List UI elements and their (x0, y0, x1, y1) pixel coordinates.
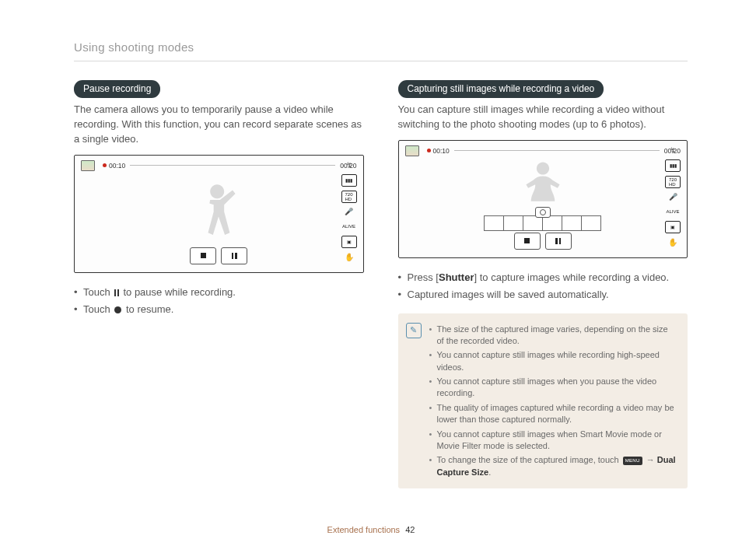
record-indicator-icon (427, 149, 431, 152)
resolution-icon: 720HD (665, 176, 681, 188)
instruction-resume: Touch to resume. (74, 303, 364, 317)
captured-frames-strip (485, 215, 601, 231)
resolution-icon: 720HD (341, 191, 357, 203)
flash-off-icon: ↯ (670, 145, 676, 156)
frame-slot (562, 215, 582, 231)
stabilizer-icon: ✋ (345, 252, 354, 264)
menu-icon: MENU (623, 457, 642, 464)
record-icon (114, 306, 121, 313)
flash-off-icon: ↯ (346, 160, 352, 170)
stop-button[interactable] (514, 233, 541, 250)
pill-capturing-stills: Capturing still images while recording a… (398, 80, 604, 98)
pause-button[interactable] (545, 233, 572, 250)
page-footer: Extended functions 42 (0, 524, 742, 537)
alive-icon: ALIVE (342, 221, 356, 232)
capture-description: You can capture still images while recor… (398, 103, 688, 132)
pause-description: The camera allows you to temporarily pau… (74, 103, 364, 147)
note-item: The size of the captured image varies, d… (429, 324, 677, 348)
mode-thumbnail (81, 160, 95, 171)
pause-screenshot: 00:10 00:20 ↯ ▮▮▮ 720HD 🎤 ALIVE ▣ ✋ (74, 155, 364, 273)
section-header: Using shooting modes (74, 39, 688, 61)
stabilizer-icon: ✋ (668, 237, 677, 249)
right-column: Capturing still images while recording a… (398, 80, 688, 488)
instruction-press-shutter: Press [Shutter] to capture images while … (398, 271, 688, 285)
frame-slot (581, 215, 601, 231)
frame-slot (503, 215, 523, 231)
elapsed-time: 00:10 (433, 146, 450, 156)
mode-thumbnail (405, 145, 419, 156)
note-item: You cannot capture still images while re… (429, 349, 677, 373)
mic-off-icon: 🎤 (345, 207, 353, 217)
pill-pause-recording: Pause recording (74, 80, 160, 98)
instruction-pause: Touch to pause while recording. (74, 285, 364, 300)
capture-screenshot: 00:10 00:20 ↯ ▮▮▮ 720HD 🎤 ALIVE ▣ ✋ (398, 140, 688, 258)
status-icon-column: ↯ ▮▮▮ 720HD 🎤 ALIVE ▣ ✋ (340, 160, 359, 268)
progress-bar (454, 150, 660, 151)
note-item: To change the size of the captured image… (429, 454, 677, 478)
camera-icon (535, 207, 551, 218)
frame-slot (542, 215, 562, 231)
frame-slot (484, 215, 504, 231)
capture-mode-icon: ▣ (341, 236, 357, 248)
alive-icon: ALIVE (666, 206, 680, 217)
elapsed-time: 00:10 (109, 161, 125, 170)
status-icon-column: ↯ ▮▮▮ 720HD 🎤 ALIVE ▣ ✋ (663, 145, 682, 253)
capture-mode-icon: ▣ (665, 221, 681, 233)
footer-section-label: Extended functions (327, 525, 401, 534)
two-column-layout: Pause recording The camera allows you to… (74, 80, 688, 488)
mic-off-icon: 🎤 (669, 192, 677, 202)
note-item: The quality of images captured while rec… (429, 402, 677, 426)
stop-button[interactable] (190, 247, 216, 264)
note-icon: ✎ (406, 323, 422, 338)
progress-bar (130, 165, 335, 166)
subject-silhouette (184, 179, 254, 249)
instruction-auto-save: Captured images will be saved automatica… (398, 288, 688, 303)
page-number: 42 (405, 525, 415, 534)
record-indicator-icon (103, 163, 107, 167)
battery-icon: ▮▮▮ (341, 174, 357, 187)
note-box: ✎ The size of the captured image varies,… (398, 313, 688, 489)
note-item: You cannot capture still images when Sma… (429, 429, 677, 453)
battery-icon: ▮▮▮ (665, 159, 681, 172)
frame-slot (523, 215, 543, 231)
left-column: Pause recording The camera allows you to… (74, 80, 364, 488)
pause-icon (114, 289, 119, 296)
pause-button[interactable] (221, 247, 247, 264)
note-item: You cannot capture still images when you… (429, 376, 677, 400)
